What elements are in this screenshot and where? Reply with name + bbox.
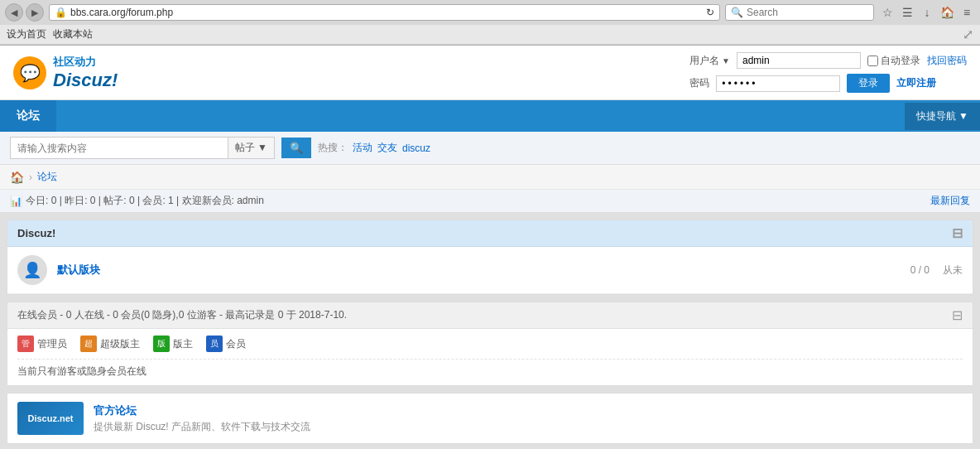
forum-avatar: 👤 [17, 255, 47, 285]
hot-link-0[interactable]: 活动 [353, 141, 372, 155]
forum-section-title: Discuz! [17, 227, 55, 239]
search-section: 帖子 ▼ 🔍 热搜： 活动 交友 discuz [0, 132, 980, 165]
login-button[interactable]: 登录 [847, 74, 890, 93]
official-logo: Discuz.net [17, 402, 84, 435]
address-lock-icon: 🔒 [55, 7, 67, 18]
latest-reply-link[interactable]: 最新回复 [930, 194, 970, 208]
login-area: 用户名 自动登录 找回密码 密码 登录 立即注册 [689, 52, 967, 93]
forum-row-default: 👤 默认版块 0 / 0 从未 [7, 247, 973, 294]
search-go-button[interactable]: 🔍 [281, 138, 311, 158]
address-refresh-icon[interactable]: ↻ [706, 7, 714, 18]
mod-label: 版主 [173, 337, 193, 351]
online-body: 管 管理员 超 超级版主 版 版主 员 会员 当前只有游客或隐身会员在线 [7, 329, 973, 385]
breadcrumb: 🏠 › 论坛 [0, 165, 980, 190]
browser-search-box: 🔍 [725, 4, 874, 21]
super-mod-icon: 超 [80, 336, 97, 352]
reader-icon[interactable]: ☰ [899, 4, 915, 21]
forum-stats: 0 / 0 [910, 264, 930, 276]
bookmarks-expand-icon[interactable]: ⤢ [963, 27, 973, 42]
username-label: 用户名 [689, 54, 730, 68]
forum-section-header: Discuz! ⊟ [7, 220, 973, 247]
bookmarks-bar: 设为首页 收藏本站 ⤢ [0, 25, 980, 45]
stats-text: 今日: 0 | 昨日: 0 | 帖子: 0 | 会员: 1 | 欢迎新会员: a… [26, 194, 264, 208]
logo-text: 社区动力 Discuz! [53, 55, 118, 91]
forward-button[interactable]: ▶ [26, 3, 44, 22]
online-status: 当前只有游客或隐身会员在线 [17, 359, 963, 379]
super-mod-label: 超级版主 [100, 337, 140, 351]
stats-icon: 📊 [10, 196, 22, 207]
password-label: 密码 [689, 76, 709, 90]
forum-avatar-icon: 👤 [23, 261, 41, 279]
auto-login-label: 自动登录 [881, 54, 920, 68]
bookmark-home[interactable]: 设为首页 [7, 27, 46, 41]
hot-search: 热搜： 活动 交友 discuz [318, 141, 430, 155]
auto-login-checkbox[interactable] [867, 56, 878, 66]
bookmark-site[interactable]: 收藏本站 [53, 27, 93, 41]
hot-link-1[interactable]: 交友 [377, 141, 397, 155]
forum-breadcrumb-link[interactable]: 论坛 [37, 170, 57, 184]
address-bar[interactable]: 🔒 ↻ [49, 4, 720, 21]
site-header: 💬 社区动力 Discuz! 用户名 自动登录 找回密码 密码 登录 [0, 46, 980, 100]
password-input[interactable] [716, 75, 840, 92]
official-row: Discuz.net 官方论坛 提供最新 Discuz! 产品新闻、软件下载与技… [7, 393, 973, 443]
find-password-link[interactable]: 找回密码 [927, 54, 967, 68]
quick-nav-button[interactable]: 快捷导航 ▼ [905, 103, 980, 130]
back-button[interactable]: ◀ [5, 3, 23, 22]
logo-circle-icon: 💬 [13, 56, 46, 89]
bookmark-star-icon[interactable]: ☆ [879, 4, 896, 21]
auto-login-checkbox-wrap: 自动登录 [867, 54, 920, 68]
member-type-super: 超 超级版主 [80, 336, 140, 352]
online-header-text: 在线会员 - 0 人在线 - 0 会员(0 隐身),0 位游客 - 最高记录是 … [17, 308, 347, 322]
download-icon[interactable]: ↓ [919, 4, 935, 21]
forum-last-post: 从未 [943, 263, 963, 278]
online-header: 在线会员 - 0 人在线 - 0 会员(0 隐身),0 位游客 - 最高记录是 … [7, 302, 973, 329]
official-info: 官方论坛 提供最新 Discuz! 产品新闻、软件下载与技术交流 [94, 403, 310, 434]
hot-link-2[interactable]: discuz [402, 142, 430, 154]
member-type-admin: 管 管理员 [17, 336, 67, 352]
breadcrumb-separator: › [29, 171, 32, 183]
forum-tab[interactable]: 论坛 [0, 100, 56, 132]
username-input[interactable] [737, 52, 861, 69]
search-icon: 🔍 [731, 7, 743, 18]
forum-section-discuz: Discuz! ⊟ 👤 默认版块 0 / 0 从未 [7, 220, 973, 295]
mod-icon: 版 [153, 336, 170, 352]
official-section: Discuz.net 官方论坛 提供最新 Discuz! 产品新闻、软件下载与技… [7, 393, 973, 444]
stats-bar: 📊 今日: 0 | 昨日: 0 | 帖子: 0 | 会员: 1 | 欢迎新会员:… [0, 190, 980, 213]
admin-icon: 管 [17, 336, 34, 352]
home-breadcrumb-icon[interactable]: 🏠 [10, 171, 24, 184]
forum-name-link[interactable]: 默认版块 [57, 263, 100, 278]
official-desc: 提供最新 Discuz! 产品新闻、软件下载与技术交流 [94, 420, 310, 434]
browser-toolbar-icons: ☆ ☰ ↓ 🏠 ≡ [879, 4, 975, 21]
member-type-mod: 版 版主 [153, 336, 193, 352]
forum-search-wrap: 帖子 ▼ [10, 137, 275, 159]
address-input[interactable] [70, 7, 703, 18]
password-row: 密码 登录 立即注册 [689, 74, 967, 93]
online-section: 在线会员 - 0 人在线 - 0 会员(0 隐身),0 位游客 - 最高记录是 … [7, 302, 973, 386]
discuz-logo: Discuz! [53, 70, 118, 91]
forum-search-input[interactable] [11, 138, 228, 158]
browser-nav-buttons: ◀ ▶ [5, 3, 44, 22]
home-icon[interactable]: 🏠 [939, 4, 955, 21]
username-row: 用户名 自动登录 找回密码 [689, 52, 967, 69]
nav-bar: 论坛 快捷导航 ▼ [0, 100, 980, 132]
admin-label: 管理员 [37, 337, 67, 351]
register-link[interactable]: 立即注册 [896, 76, 936, 90]
collapse-icon[interactable]: ⊟ [952, 225, 963, 241]
search-type-button[interactable]: 帖子 ▼ [228, 138, 274, 158]
browser-search-input[interactable] [747, 7, 862, 18]
member-types: 管 管理员 超 超级版主 版 版主 员 会员 [17, 336, 963, 352]
member-label: 会员 [226, 337, 246, 351]
hot-search-label: 热搜： [318, 141, 348, 155]
member-icon: 员 [206, 336, 223, 352]
member-type-member: 员 会员 [206, 336, 246, 352]
community-label: 社区动力 [53, 55, 118, 70]
online-collapse-icon[interactable]: ⊟ [952, 307, 963, 323]
logo-area: 💬 社区动力 Discuz! [13, 55, 118, 91]
menu-icon[interactable]: ≡ [958, 4, 975, 21]
official-name-link[interactable]: 官方论坛 [94, 404, 137, 417]
